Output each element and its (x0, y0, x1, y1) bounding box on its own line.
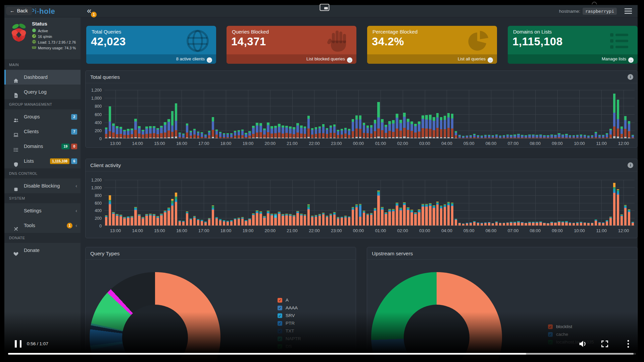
kebab-menu-icon[interactable] (627, 339, 630, 349)
card-footer-link[interactable]: List blocked queries→ (227, 54, 356, 64)
card-footer-link[interactable]: 8 active clients→ (86, 54, 216, 64)
bar (598, 222, 601, 225)
hostname-value: raspberrypi (583, 8, 617, 15)
x-tick-label: 02:00 (393, 228, 413, 233)
y-tick-label: 1,000 (85, 186, 102, 190)
sidebar-item-tools[interactable]: Tools1‹ (4, 218, 81, 233)
list-big-icon (607, 29, 632, 53)
bar (186, 123, 188, 138)
video-time: 0:56 / 1:07 (27, 341, 48, 346)
chevron-left-icon: ‹ (76, 178, 77, 193)
info-icon[interactable]: i (628, 162, 633, 168)
bar (422, 204, 424, 225)
bar (212, 117, 214, 138)
bar (245, 220, 247, 225)
bar (352, 119, 354, 138)
bar (370, 213, 373, 225)
pie-icon (466, 29, 491, 53)
fullscreen-icon[interactable] (600, 340, 609, 348)
bar (204, 221, 207, 225)
bar (201, 220, 203, 225)
bar (606, 133, 608, 138)
bar (127, 216, 129, 225)
volume-icon[interactable] (578, 339, 588, 349)
bar (433, 117, 435, 138)
bar (190, 131, 192, 138)
panel-title: Client activity (90, 162, 121, 168)
status-16-q-min: 16 q/min (32, 34, 52, 39)
bar (318, 214, 321, 225)
bar (587, 136, 590, 138)
bar (134, 207, 137, 225)
bar (539, 221, 542, 225)
info-icon[interactable]: i (628, 74, 633, 80)
y-tick-label: 200 (85, 128, 102, 133)
bar (377, 102, 380, 138)
bar (201, 132, 203, 138)
back-button[interactable]: ←Back (6, 7, 32, 15)
sidebar-item-domains[interactable]: Domains190 (4, 139, 81, 154)
sidebar-item-lists[interactable]: Lists1,115,1086 (4, 154, 81, 168)
sidebar-collapse-button[interactable]: «1 (87, 6, 91, 16)
bar (451, 203, 453, 225)
x-tick-label: 07:00 (503, 228, 523, 233)
bar (469, 222, 472, 225)
bar (142, 217, 144, 225)
bar (160, 214, 162, 225)
bar (252, 126, 254, 138)
bar (263, 128, 265, 138)
bar (304, 214, 306, 225)
bar (259, 211, 262, 225)
bar (179, 220, 181, 225)
bar (573, 223, 575, 225)
bar (440, 117, 442, 138)
bar (388, 121, 391, 138)
x-tick-label: 20:00 (260, 141, 280, 146)
bar (366, 125, 369, 138)
bar (429, 115, 431, 138)
sidebar-item-disable-blocking[interactable]: Disable Blocking‹ (4, 178, 81, 193)
list-icon (13, 144, 19, 149)
bar (462, 223, 464, 225)
legend-checkbox[interactable]: ✓ (278, 306, 282, 310)
bar (212, 205, 214, 225)
bar (285, 214, 288, 225)
total-queries-chart: 02004006008001,0001,20013:0014:0015:0016… (104, 90, 635, 139)
bar (550, 135, 553, 138)
bar (436, 113, 439, 138)
video-progress-bar[interactable] (8, 353, 636, 355)
bar (462, 136, 464, 138)
cursor-artifact-icon (591, 0, 597, 4)
brand-suffix: hole (39, 7, 55, 15)
legend-item-aaaa[interactable]: ✓AAAA (278, 304, 304, 312)
sidebar-item-groups[interactable]: Groups2 (4, 109, 81, 124)
bar (359, 115, 361, 138)
x-tick-label: 12:00 (613, 228, 634, 233)
legend-item-a[interactable]: ✓A (278, 296, 304, 304)
bar (576, 222, 579, 225)
bar (296, 211, 299, 225)
bar (558, 221, 560, 225)
bar (536, 222, 538, 225)
sidebar-item-clients[interactable]: Clients7 (4, 124, 81, 139)
sidebar-item-donate[interactable]: Donate (4, 243, 81, 258)
bar (330, 214, 332, 225)
bar (175, 193, 177, 225)
sidebar-item-label: Settings (24, 203, 41, 218)
sidebar-item-label: Dashboard (24, 70, 48, 85)
menu-icon[interactable] (624, 8, 632, 14)
card-footer-link[interactable]: List all queries→ (367, 54, 497, 64)
sidebar-nav: MAINDashboardQuery LogGROUP MANAGEMENTGr… (4, 60, 81, 258)
pause-button[interactable] (15, 340, 21, 348)
y-tick-label: 600 (85, 112, 102, 117)
card-title: Queries Blocked (232, 29, 269, 35)
picture-in-picture-icon[interactable] (319, 4, 330, 11)
sidebar-item-settings[interactable]: Settings‹ (4, 203, 81, 218)
bar (440, 206, 442, 225)
sidebar-item-dashboard[interactable]: Dashboard (4, 70, 81, 85)
x-tick-label: 05:00 (459, 228, 479, 233)
legend-checkbox[interactable]: ✓ (278, 298, 282, 303)
card-footer-link[interactable]: Manage lists→ (508, 54, 638, 64)
bar (613, 94, 615, 138)
sidebar-item-query-log[interactable]: Query Log (4, 85, 81, 99)
